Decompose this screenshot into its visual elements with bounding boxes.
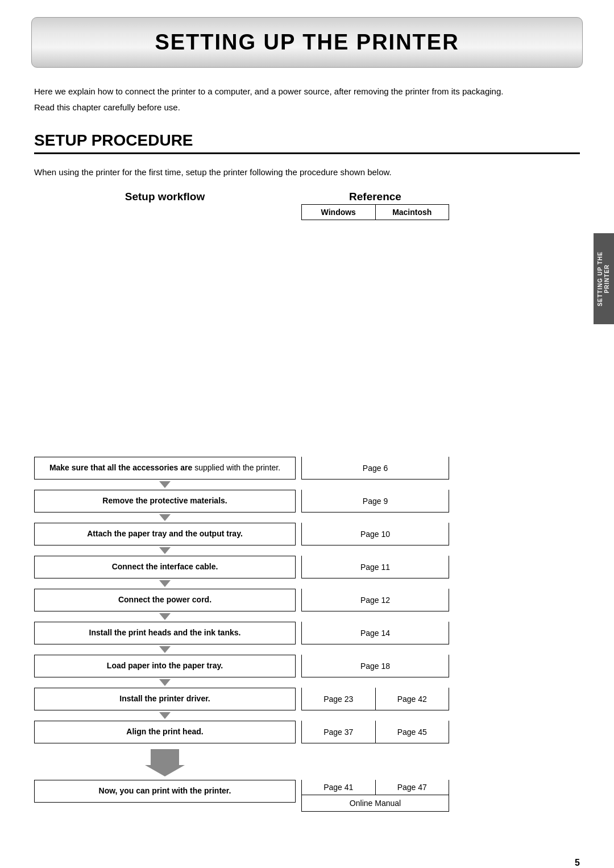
ref-cell-9-win: Page 37 — [302, 721, 376, 743]
ref-cell-3: Page 10 — [301, 523, 449, 545]
step-row-4: Connect the interface cable. Page 11 — [34, 556, 580, 578]
page-number: 5 — [575, 858, 580, 868]
intro-line1: Here we explain how to connect the print… — [34, 85, 580, 98]
step-row-1: Make sure that all the accessories are s… — [34, 457, 580, 480]
step-label-2: Remove the protective materials. — [102, 496, 227, 505]
step-label-8: Install the printer driver. — [119, 694, 210, 703]
arrow-1 — [34, 480, 580, 490]
step-row-7: Load paper into the paper tray. Page 18 — [34, 655, 580, 677]
step-label-7: Load paper into the paper tray. — [107, 661, 223, 670]
step-row-8: Install the printer driver. Page 23 Page… — [34, 688, 580, 710]
arrow-6 — [34, 644, 580, 655]
large-arrow-down — [145, 749, 185, 776]
arrow-3 — [34, 545, 580, 556]
step-label-4: Connect the interface cable. — [112, 562, 218, 571]
arrow-down-1 — [159, 481, 171, 488]
step-box-7: Load paper into the paper tray. — [34, 655, 296, 677]
arrow-down-7 — [159, 679, 171, 686]
ref-cell-7: Page 18 — [301, 655, 449, 677]
online-manual: Online Manual — [302, 795, 449, 811]
arrow-8 — [34, 710, 580, 721]
arrow-down-2 — [159, 514, 171, 521]
final-ref-top: Page 41 Page 47 — [302, 780, 449, 795]
arrow-down-6 — [159, 646, 171, 653]
arrow-7 — [34, 677, 580, 688]
title-banner: SETTING UP THE PRINTER — [31, 17, 583, 68]
final-step-box: Now, you can print with the printer. — [34, 780, 296, 803]
step-label-6: Install the print heads and the ink tank… — [89, 628, 241, 637]
windows-col-header: Windows — [302, 205, 376, 220]
step-row-3: Attach the paper tray and the output tra… — [34, 523, 580, 545]
final-step-row: Now, you can print with the printer. Pag… — [34, 780, 580, 812]
intro-line2: Read this chapter carefully before use. — [34, 101, 580, 114]
ref-cell-6: Page 14 — [301, 622, 449, 644]
final-ref-mac: Page 47 — [376, 780, 449, 795]
ref-cell-5: Page 12 — [301, 589, 449, 611]
ref-cell-9: Page 37 Page 45 — [301, 721, 449, 743]
ref-cell-4: Page 11 — [301, 556, 449, 578]
step-label-3: Attach the paper tray and the output tra… — [87, 529, 243, 538]
ref-cell-8-win: Page 23 — [302, 688, 376, 710]
page-container: SETTING UP THE PRINTER Here we explain h… — [0, 17, 614, 868]
page-title: SETTING UP THE PRINTER — [49, 30, 565, 55]
arrow-2 — [34, 512, 580, 523]
arrow-down-5 — [159, 613, 171, 620]
procedure-table: Setup workflow Reference Windows Macinto… — [34, 191, 580, 457]
workflow-header: Setup workflow — [125, 191, 205, 202]
ref-cell-8: Page 23 Page 42 — [301, 688, 449, 710]
reference-header-box: Reference Windows Macintosh — [301, 191, 449, 220]
large-arrow-row — [34, 746, 580, 780]
final-ref-cell: Page 41 Page 47 Online Manual — [301, 780, 449, 812]
step-row-6: Install the print heads and the ink tank… — [34, 622, 580, 644]
step-box-6: Install the print heads and the ink tank… — [34, 622, 296, 644]
ref-cell-1: Page 6 — [301, 457, 449, 480]
reference-columns-header: Windows Macintosh — [301, 204, 449, 220]
final-ref-win: Page 41 — [302, 780, 376, 795]
ref-cell-8-mac: Page 42 — [376, 688, 449, 710]
final-step-label: Now, you can print with the printer. — [99, 786, 231, 795]
reference-title: Reference — [301, 191, 449, 203]
section-body: When using the printer for the first tim… — [34, 166, 580, 179]
step-label-9: Align the print head. — [126, 727, 203, 736]
step-box-5: Connect the power cord. — [34, 589, 296, 611]
arrow-down-4 — [159, 580, 171, 587]
step-row-9: Align the print head. Page 37 Page 45 — [34, 721, 580, 743]
ref-cell-9-mac: Page 45 — [376, 721, 449, 743]
step-row-2: Remove the protective materials. Page 9 — [34, 490, 580, 512]
svg-marker-0 — [145, 749, 185, 776]
step-label-1: Make sure that all the accessories are s… — [49, 463, 280, 472]
side-tab-text: SETTING UP THE PRINTER — [597, 251, 611, 307]
step-label-5: Connect the power cord. — [118, 595, 211, 604]
arrow-4 — [34, 578, 580, 589]
intro-text: Here we explain how to connect the print… — [34, 85, 580, 114]
ref-cell-2: Page 9 — [301, 490, 449, 512]
section-title: SETUP PROCEDURE — [34, 131, 580, 150]
step-row-5: Connect the power cord. Page 12 — [34, 589, 580, 611]
step-box-1: Make sure that all the accessories are s… — [34, 457, 296, 480]
arrow-5 — [34, 611, 580, 622]
macintosh-col-header: Macintosh — [376, 205, 449, 220]
arrow-down-3 — [159, 547, 171, 554]
step-box-8: Install the printer driver. — [34, 688, 296, 710]
step-box-2: Remove the protective materials. — [34, 490, 296, 512]
step-box-4: Connect the interface cable. — [34, 556, 296, 578]
side-tab: SETTING UP THE PRINTER — [594, 233, 614, 324]
step-box-9: Align the print head. — [34, 721, 296, 743]
section-header: SETUP PROCEDURE — [34, 131, 580, 154]
arrow-down-8 — [159, 712, 171, 719]
step-box-3: Attach the paper tray and the output tra… — [34, 523, 296, 545]
